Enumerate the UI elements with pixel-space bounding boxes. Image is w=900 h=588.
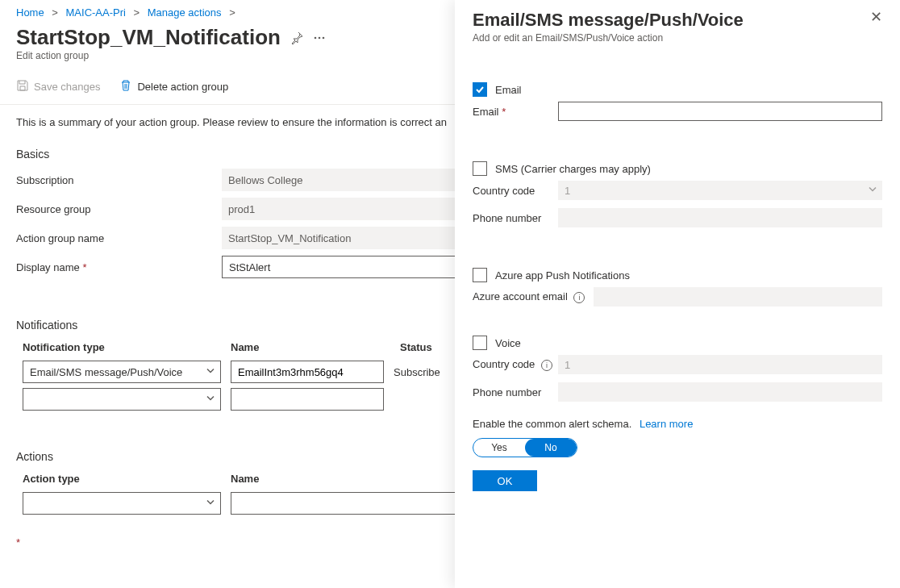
push-email-input	[594, 287, 882, 307]
subscription-field	[222, 169, 456, 191]
trash-icon	[119, 79, 132, 94]
breadcrumb-resource[interactable]: MAIC-AA-Pri	[66, 6, 126, 19]
voice-phone-label: Phone number	[473, 386, 558, 398]
schema-toggle[interactable]: Yes No	[473, 438, 577, 457]
action-group-name-label: Action group name	[16, 232, 222, 244]
display-name-label: Display name *	[16, 261, 222, 273]
schema-row: Enable the common alert schema. Learn mo…	[473, 418, 882, 430]
toggle-yes[interactable]: Yes	[473, 439, 525, 457]
push-checkbox-label: Azure app Push Notifications	[495, 269, 630, 281]
chevron-down-icon	[868, 185, 877, 197]
more-icon[interactable]	[313, 31, 326, 44]
panel-title: Email/SMS message/Push/Voice	[473, 10, 744, 31]
push-email-label: Azure account email i	[473, 290, 594, 303]
col-action-type: Action type	[23, 473, 231, 485]
sms-phone-input	[558, 208, 882, 227]
panel-subtitle: Add or edit an Email/SMS/Push/Voice acti…	[473, 32, 744, 44]
chevron-down-icon	[206, 394, 215, 406]
voice-checkbox[interactable]	[473, 336, 487, 350]
svg-point-2	[323, 36, 325, 39]
push-checkbox[interactable]	[473, 268, 487, 282]
delete-button[interactable]: Delete action group	[119, 76, 228, 98]
voice-country-code-field: 1	[558, 355, 882, 374]
notification-type-value: Email/SMS message/Push/Voice	[30, 366, 182, 378]
schema-text: Enable the common alert schema.	[473, 418, 631, 430]
breadcrumb-sep: >	[47, 6, 63, 19]
col-notification-name: Name	[231, 341, 400, 353]
breadcrumb-sep: >	[129, 6, 145, 19]
action-type-select[interactable]	[23, 492, 221, 515]
sms-checkbox-label: SMS (Carrier charges may apply)	[495, 163, 651, 175]
breadcrumb-sep: >	[224, 6, 240, 19]
email-label: Email *	[473, 106, 558, 118]
action-name-input[interactable]	[231, 492, 456, 515]
save-icon	[16, 79, 29, 94]
notification-name-input[interactable]	[231, 361, 384, 383]
voice-checkbox-label: Voice	[495, 337, 521, 349]
toggle-no[interactable]: No	[525, 439, 577, 457]
close-icon[interactable]: ✕	[870, 10, 882, 24]
display-name-field[interactable]	[222, 256, 456, 278]
breadcrumb-home[interactable]: Home	[16, 6, 44, 19]
ok-button[interactable]: OK	[473, 470, 537, 491]
col-notification-type: Notification type	[23, 341, 231, 353]
breadcrumb-manage-actions[interactable]: Manage actions	[148, 6, 222, 19]
chevron-down-icon	[206, 498, 215, 510]
sms-country-code-label: Country code	[473, 185, 558, 197]
learn-more-link[interactable]: Learn more	[640, 418, 693, 430]
action-group-name-field	[222, 227, 456, 249]
sms-checkbox[interactable]	[473, 161, 487, 176]
subscription-label: Subscription	[16, 174, 222, 186]
chevron-down-icon	[206, 366, 215, 378]
sms-phone-label: Phone number	[473, 212, 558, 224]
svg-point-1	[319, 36, 321, 39]
voice-phone-input	[558, 382, 882, 402]
pin-icon[interactable]	[290, 31, 303, 44]
info-icon[interactable]: i	[573, 292, 585, 303]
save-button[interactable]: Save changes	[16, 76, 100, 98]
notification-status: Subscribe	[394, 366, 440, 378]
notification-type-select[interactable]	[23, 388, 221, 411]
delete-label: Delete action group	[137, 81, 228, 93]
info-icon[interactable]: i	[541, 360, 552, 371]
email-input[interactable]	[558, 102, 882, 121]
resource-group-field	[222, 198, 456, 220]
svg-point-0	[315, 36, 317, 39]
voice-country-code-label: Country code i	[473, 358, 558, 371]
resource-group-label: Resource group	[16, 203, 222, 215]
col-action-name: Name	[231, 473, 400, 485]
sms-country-code-select: 1	[558, 181, 882, 200]
notification-type-select[interactable]: Email/SMS message/Push/Voice	[23, 361, 221, 383]
save-label: Save changes	[34, 81, 100, 93]
email-checkbox[interactable]	[473, 82, 487, 97]
email-checkbox-label: Email	[495, 84, 522, 96]
side-panel: Email/SMS message/Push/Voice Add or edit…	[455, 0, 900, 588]
page-title: StartStop_VM_Notification	[16, 25, 281, 50]
notification-name-input[interactable]	[231, 388, 384, 411]
